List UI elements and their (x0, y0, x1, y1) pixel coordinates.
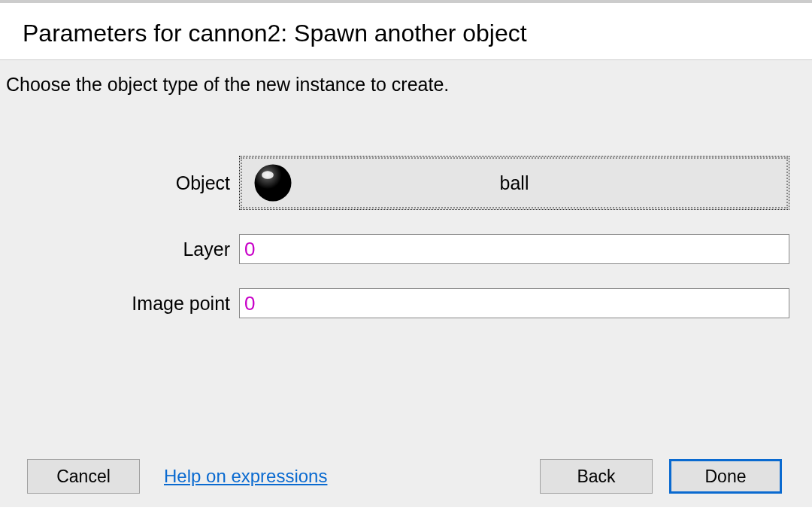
done-button[interactable]: Done (669, 459, 782, 494)
image-point-input[interactable] (239, 288, 789, 318)
layer-label: Layer (6, 239, 239, 260)
svg-point-0 (255, 165, 292, 202)
button-bar: Cancel Help on expressions Back Done (27, 459, 782, 494)
back-button[interactable]: Back (540, 459, 653, 494)
layer-input[interactable] (239, 234, 789, 264)
ball-icon (252, 162, 294, 204)
parameters-form: Object (6, 156, 789, 318)
dialog-title: Parameters for cannon2: Spawn another ob… (0, 3, 812, 59)
instruction-text: Choose the object type of the new instan… (6, 74, 789, 96)
parameters-dialog: Parameters for cannon2: Spawn another ob… (0, 0, 812, 526)
object-label: Object (6, 172, 239, 194)
object-picker[interactable]: ball (239, 156, 789, 210)
object-selected-name: ball (240, 172, 789, 194)
object-row: Object (6, 156, 789, 210)
layer-row: Layer (6, 234, 789, 264)
svg-point-1 (262, 171, 274, 179)
cancel-button[interactable]: Cancel (27, 459, 140, 494)
help-on-expressions-link[interactable]: Help on expressions (164, 466, 327, 487)
image-point-label: Image point (6, 293, 239, 315)
image-point-row: Image point (6, 288, 789, 318)
dialog-body: Choose the object type of the new instan… (0, 59, 812, 507)
